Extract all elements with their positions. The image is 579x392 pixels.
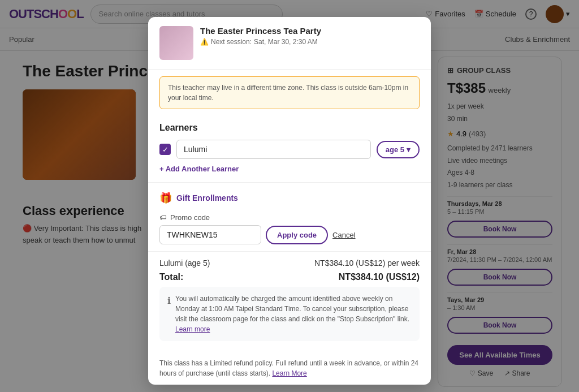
tag-icon: 🏷 (159, 213, 167, 222)
pricing-section: Lulumi (age 5) NT$384.10 (US$12) per wee… (148, 251, 431, 352)
learners-title: Learners (159, 123, 420, 133)
gift-enrollments-button[interactable]: 🎁 Gift Enrollments (148, 185, 431, 211)
apply-code-button[interactable]: Apply code (266, 226, 328, 244)
add-learner-button[interactable]: + Add Another Learner (159, 165, 420, 173)
total-label: Total: (159, 272, 183, 282)
learn-more-refund-link[interactable]: Learn More (272, 369, 306, 377)
divider-1 (148, 182, 431, 183)
learners-section: Learners ✓ age 5 ▾ + Add Another Learner (148, 116, 431, 180)
auto-charge-info: ℹ You will automatically be charged the … (159, 287, 420, 341)
chevron-down-icon: ▾ (407, 145, 411, 154)
learner-pricing-value: NT$384.10 (US$12) per week (314, 259, 420, 268)
modal-header: The Easter Princess Tea Party ⚠️ Next se… (148, 17, 431, 70)
learner-checkbox[interactable]: ✓ (159, 144, 171, 155)
learner-row: ✓ age 5 ▾ (159, 140, 420, 159)
age-select[interactable]: age 5 ▾ (377, 141, 420, 158)
total-value: NT$384.10 (US$12) (339, 272, 420, 282)
learn-more-link[interactable]: Learn more (175, 325, 210, 333)
class-title: The Easter Princess Tea Party (200, 26, 321, 36)
promo-row: Apply code Cancel (159, 225, 420, 244)
learner-pricing-row: Lulumi (age 5) NT$384.10 (US$12) per wee… (159, 259, 420, 268)
promo-section: 🏷 Promo code Apply code Cancel (148, 211, 431, 251)
class-info: The Easter Princess Tea Party ⚠️ Next se… (200, 26, 321, 46)
enrollment-modal: The Easter Princess Tea Party ⚠️ Next se… (148, 17, 431, 385)
learner-name-input[interactable] (176, 140, 371, 159)
next-session: ⚠️ Next session: Sat, Mar 30, 2:30 AM (200, 38, 321, 46)
refund-note: This class has a Limited refund policy. … (148, 352, 431, 385)
timezone-warning: This teacher may live in a different tim… (159, 76, 420, 109)
promo-code-input[interactable] (159, 225, 261, 244)
warning-triangle-icon: ⚠️ (200, 38, 209, 46)
auto-charge-text: You will automatically be charged the am… (175, 294, 412, 334)
total-row: Total: NT$384.10 (US$12) (159, 272, 420, 282)
promo-label: 🏷 Promo code (159, 213, 420, 222)
learner-pricing-label: Lulumi (age 5) (159, 259, 210, 268)
cancel-promo-button[interactable]: Cancel (332, 231, 355, 239)
gift-icon: 🎁 (159, 192, 172, 204)
info-circle-icon: ℹ (167, 294, 171, 334)
class-thumbnail-small (159, 26, 193, 60)
